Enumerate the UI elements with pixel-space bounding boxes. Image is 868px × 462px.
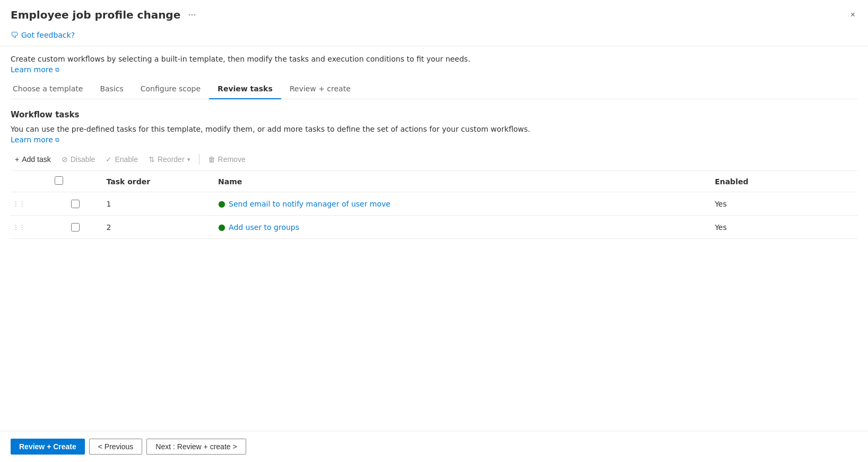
description-text: Create custom workflows by selecting a b… bbox=[11, 55, 857, 63]
reorder-chevron: ▾ bbox=[187, 156, 190, 163]
status-icon-1: ● bbox=[218, 199, 225, 209]
order-cell-2: 2 bbox=[100, 216, 212, 239]
drag-handle-1[interactable]: ⋮⋮ bbox=[13, 200, 48, 208]
ellipsis-menu[interactable]: ··· bbox=[186, 9, 198, 21]
tabs-container: Choose a template Basics Configure scope… bbox=[0, 80, 868, 99]
remove-icon: 🗑 bbox=[208, 155, 215, 164]
remove-label: Remove bbox=[218, 155, 246, 164]
previous-button[interactable]: < Previous bbox=[89, 439, 143, 455]
select-all-checkbox[interactable] bbox=[55, 176, 63, 185]
reorder-label: Reorder bbox=[158, 155, 185, 164]
drag-cell-1: ⋮⋮ bbox=[11, 192, 50, 216]
header-divider bbox=[0, 46, 868, 46]
order-cell-1: 1 bbox=[100, 192, 212, 216]
checkbox-cell-2 bbox=[50, 216, 100, 239]
feedback-icon: 🗨 bbox=[11, 31, 18, 39]
checkbox-cell-1 bbox=[50, 192, 100, 216]
tab-configure-scope[interactable]: Configure scope bbox=[132, 80, 209, 99]
toolbar-separator bbox=[199, 154, 199, 165]
table-row: ⋮⋮ 2 ● Add user to groups Yes bbox=[11, 216, 857, 239]
drag-cell-2: ⋮⋮ bbox=[11, 216, 50, 239]
learn-more-label-1: Learn more bbox=[11, 65, 53, 74]
tab-choose-template[interactable]: Choose a template bbox=[11, 80, 91, 99]
section-description: You can use the pre-defined tasks for th… bbox=[11, 125, 857, 133]
page-title: Employee job profile change bbox=[11, 8, 180, 21]
disable-button[interactable]: ⊘ Disable bbox=[57, 152, 100, 166]
learn-more-link-2[interactable]: Learn more ⧉ bbox=[11, 135, 59, 144]
reorder-button[interactable]: ⇅ Reorder ▾ bbox=[144, 152, 195, 166]
external-link-icon-2: ⧉ bbox=[55, 136, 59, 143]
enable-icon: ✓ bbox=[106, 155, 112, 164]
task-name-1: Send email to notify manager of user mov… bbox=[229, 200, 390, 208]
enable-button[interactable]: ✓ Enable bbox=[101, 152, 142, 166]
section-title: Workflow tasks bbox=[11, 110, 857, 119]
task-name-2: Add user to groups bbox=[229, 223, 299, 232]
remove-button[interactable]: 🗑 Remove bbox=[204, 152, 250, 166]
enabled-cell-2: Yes bbox=[708, 216, 857, 239]
disable-icon: ⊘ bbox=[62, 155, 68, 164]
name-cell-2: ● Add user to groups bbox=[212, 216, 708, 239]
close-button[interactable]: × bbox=[848, 8, 857, 21]
add-task-label: Add task bbox=[22, 155, 50, 164]
status-icon-2: ● bbox=[218, 222, 225, 232]
next-button[interactable]: Next : Review + create > bbox=[146, 439, 246, 455]
row-checkbox-1[interactable] bbox=[71, 200, 80, 208]
tab-review-create[interactable]: Review + create bbox=[281, 80, 359, 99]
col-header-drag bbox=[11, 171, 50, 192]
name-cell-1: ● Send email to notify manager of user m… bbox=[212, 192, 708, 216]
tasks-toolbar: + Add task ⊘ Disable ✓ Enable ⇅ Reorder … bbox=[11, 152, 857, 170]
add-icon: + bbox=[15, 155, 19, 164]
footer: Review + Create < Previous Next : Review… bbox=[0, 431, 868, 462]
table-row: ⋮⋮ 1 ● Send email to notify manager of u… bbox=[11, 192, 857, 216]
main-content: Workflow tasks You can use the pre-defin… bbox=[0, 110, 868, 431]
feedback-link[interactable]: Got feedback? bbox=[21, 31, 75, 39]
task-link-2[interactable]: ● Add user to groups bbox=[218, 222, 299, 232]
external-link-icon-1: ⧉ bbox=[55, 66, 59, 73]
add-task-button[interactable]: + Add task bbox=[11, 152, 55, 166]
col-header-enabled: Enabled bbox=[708, 171, 857, 192]
drag-handle-2[interactable]: ⋮⋮ bbox=[13, 224, 48, 231]
enabled-cell-1: Yes bbox=[708, 192, 857, 216]
tasks-table: Task order Name Enabled ⋮⋮ 1 bbox=[11, 170, 857, 239]
review-create-button[interactable]: Review + Create bbox=[11, 439, 85, 455]
col-header-name: Name bbox=[212, 171, 708, 192]
tab-review-tasks[interactable]: Review tasks bbox=[209, 80, 281, 99]
enable-label: Enable bbox=[115, 155, 138, 164]
learn-more-label-2: Learn more bbox=[11, 135, 53, 144]
row-checkbox-2[interactable] bbox=[71, 223, 80, 232]
learn-more-link-1[interactable]: Learn more ⧉ bbox=[11, 65, 59, 74]
col-header-order: Task order bbox=[100, 171, 212, 192]
reorder-icon: ⇅ bbox=[149, 155, 155, 164]
task-link-1[interactable]: ● Send email to notify manager of user m… bbox=[218, 199, 390, 209]
tab-basics[interactable]: Basics bbox=[91, 80, 132, 99]
col-header-checkbox bbox=[50, 171, 100, 192]
disable-label: Disable bbox=[71, 155, 96, 164]
